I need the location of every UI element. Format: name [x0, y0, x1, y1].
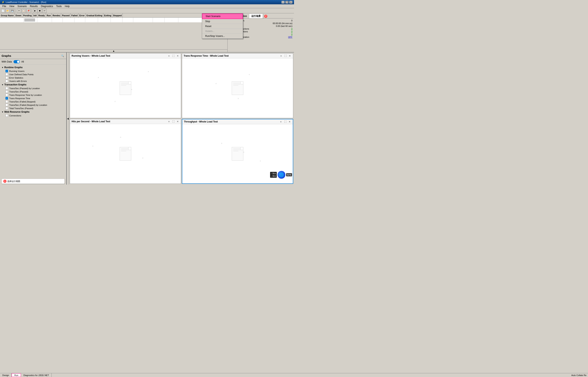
toolbar-cut[interactable]: ✂ [17, 9, 21, 13]
graph-expand-btn-3[interactable]: ⛶ [283, 120, 287, 123]
checkbox-trans-response-time-by-location[interactable] [5, 94, 8, 96]
graph-running-vusers-header: Running Vusers - Whole Load Test ≡ ⛶ ✕ [70, 54, 181, 59]
speed-up: ↑ 0k/s [271, 172, 276, 175]
tree-item-trans/sec-(passed)-by-location[interactable]: Trans/Sec (Passed) by Location [0, 87, 66, 90]
dot: × [243, 151, 244, 152]
graph-close-btn-3[interactable]: ✕ [288, 120, 291, 123]
toolbar-copy[interactable]: 📋 [22, 9, 26, 13]
dot: × [215, 82, 217, 83]
graph-close-btn-2[interactable]: ✕ [176, 120, 179, 123]
dropdown-item-reset[interactable]: Reset [202, 24, 243, 29]
tree-item-error-statistics[interactable]: Error Statistics [0, 76, 66, 79]
minimize-button[interactable]: ─ [282, 1, 285, 3]
menu-bar: FileViewScenarioResultsDiagnosticsToolsH… [0, 4, 294, 8]
toolbar-btn5[interactable]: ↩ [42, 9, 47, 13]
tree-item-trans/sec-(passed)[interactable]: Trans/Sec (Passed) [0, 90, 66, 93]
status-value[interactable]: 0 [291, 28, 293, 30]
tree-item-running-vusers[interactable]: ✓Running Vusers [0, 69, 66, 73]
cell-pending [37, 18, 52, 22]
with-data-toggle[interactable] [13, 60, 20, 63]
checkbox-trans/sec-(failed,stopped)-by-location[interactable] [5, 104, 8, 106]
close-button[interactable]: ✕ [289, 1, 293, 3]
dot: + [92, 145, 93, 146]
web-resource-items: Connections [0, 114, 66, 117]
graph-menu-btn-0[interactable]: ≡ [167, 54, 171, 58]
tree-item-total-trans/sec-(passed)[interactable]: Total Trans/Sec (Passed) [0, 106, 66, 110]
checkbox-trans/sec-(failed,stopped)[interactable] [5, 100, 8, 103]
status-value[interactable]: 0 [291, 33, 293, 35]
search-icon-btn[interactable]: 🔍 [60, 54, 65, 58]
web-resource-graphs-header[interactable]: ▼ Web Resource Graphs [0, 110, 66, 114]
cell-stopped [165, 18, 178, 22]
speed-down: ↓ 0k/s [271, 175, 276, 177]
title-bar: ⚡ LoadRunner Controller - Scenario1 - [R… [0, 0, 294, 4]
checkbox-trans/sec-(passed)-by-location[interactable] [5, 87, 8, 90]
checkbox-trans/sec-(passed)[interactable] [5, 90, 8, 93]
tree-item-trans-response-time[interactable]: ✓Trans Response Time [0, 97, 66, 100]
tree-item-connections[interactable]: Connections [0, 114, 66, 117]
graph-expand-btn-1[interactable]: ⛶ [284, 54, 287, 58]
tree-item-trans/sec-(failed,stopped)-by-location[interactable]: Trans/Sec (Failed,Stopped) by Location [0, 103, 66, 106]
cell-run [74, 18, 85, 22]
col-header-failed: Failed [71, 13, 79, 17]
dot: + [260, 160, 261, 161]
checkbox-total-trans/sec-(passed)[interactable] [5, 107, 8, 109]
checkbox-vusers-with-errors[interactable] [5, 80, 8, 82]
cell-down [24, 18, 37, 22]
runtime-graphs-header[interactable]: ▼ Runtime Graphs [0, 65, 66, 69]
toolbar-new[interactable]: 📄 [1, 9, 5, 13]
col-header-stopped: Stopped [112, 13, 123, 17]
collapse-handle[interactable]: ◀ [67, 53, 69, 185]
dropdown-item-run-stop-vusers...[interactable]: Run/Stop Vusers... [202, 34, 243, 39]
scenario-table-header: Group NameDownPendingInitReadyRunRendezP… [0, 13, 227, 18]
checkbox-connections[interactable] [5, 114, 8, 117]
title-left: ⚡ LoadRunner Controller - Scenario1 - [R… [1, 1, 46, 3]
toolbar-paste[interactable]: 📌 [26, 9, 31, 13]
toolbar-save[interactable]: 💾 [10, 9, 14, 13]
tree-item-trans/sec-(failed,stopped)[interactable]: Trans/Sec (Failed,Stopped) [0, 100, 66, 103]
status-value: 00:00:00 (hh:mm:ss) [273, 22, 293, 24]
dot: × [142, 157, 143, 158]
dropdown-item-stop[interactable]: Stop [202, 19, 243, 24]
title-controls[interactable]: ─ ❒ ✕ [282, 1, 293, 3]
tree-item-user-defined-data-points[interactable]: User Defined Data Points [0, 73, 66, 76]
transaction-graphs-header[interactable]: ▼ Transaction Graphs [0, 83, 66, 87]
checkbox-running-vusers[interactable]: ✓ [5, 70, 8, 72]
graph-close-btn-0[interactable]: ✕ [176, 54, 179, 58]
status-value[interactable]: OFF [288, 36, 293, 38]
menu-item-help[interactable]: Help [63, 5, 71, 8]
graph-menu-btn-1[interactable]: ≡ [279, 54, 283, 58]
tree-item-vusers-with-errors[interactable]: Vusers with Errors [0, 79, 66, 83]
tree-item-label: User Defined Data Points [9, 73, 34, 76]
graph-expand-btn-0[interactable]: ⛶ [172, 54, 175, 58]
graph-menu-btn-2[interactable]: ≡ [167, 120, 171, 123]
toolbar-btn4[interactable]: ⏹ [38, 9, 42, 13]
collapse-arrow[interactable]: ▲ [0, 49, 227, 52]
graph-expand-btn-2[interactable]: ⛶ [172, 120, 175, 123]
checkbox-trans-response-time[interactable]: ✓ [5, 97, 8, 100]
menu-item-diagnostics[interactable]: Diagnostics [39, 5, 55, 8]
menu-item-tools[interactable]: Tools [55, 5, 63, 8]
checkbox-error-statistics[interactable] [5, 76, 8, 79]
graph-menu-btn-3[interactable]: ≡ [279, 120, 283, 123]
checkbox-user-defined-data-points[interactable] [5, 73, 8, 76]
globe-icon: 🌐 [278, 171, 285, 179]
graph-close-btn-1[interactable]: ✕ [288, 54, 292, 58]
graph-running-vusers-body: × × + + [70, 59, 181, 118]
dot: × [237, 97, 239, 98]
graph-throughput-controls: ≡ ⛶ ✕ [279, 120, 291, 123]
tree-item-trans-response-time-by-location[interactable]: Trans Response Time by Location [0, 93, 66, 97]
menu-item-view[interactable]: View [8, 5, 16, 8]
menu-item-file[interactable]: File [1, 5, 8, 8]
menu-item-scenario[interactable]: Scenario [16, 5, 28, 8]
col-header-error: Error [79, 13, 86, 17]
toolbar-open[interactable]: 📂 [5, 9, 10, 13]
col-header-group-name: Group Name [0, 13, 15, 17]
dropdown-item-start-scenario[interactable]: Start Scenario [202, 13, 243, 19]
status-value[interactable]: 0 [291, 30, 293, 33]
tree-item-label: Trans Response Time by Location [9, 94, 42, 96]
restore-button[interactable]: ❒ [285, 1, 289, 3]
graph-trans-response: Trans Response Time - Whole Load Test ≡ … [182, 53, 293, 118]
menu-item-results[interactable]: Results [28, 5, 39, 8]
toolbar-btn3[interactable]: ▶ [33, 9, 37, 13]
